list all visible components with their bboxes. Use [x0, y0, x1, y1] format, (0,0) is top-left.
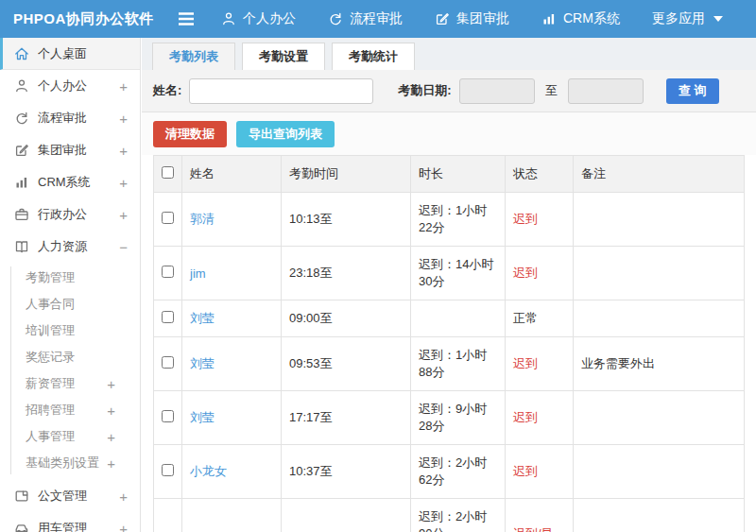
- sidebar-item-公文管理[interactable]: 公文管理+: [0, 480, 140, 512]
- select-all-checkbox-cell: [154, 156, 182, 193]
- note-cell: [574, 445, 745, 499]
- sidebar-submenu: 考勤管理人事合同培训管理奖惩记录薪资管理+招聘管理+人事管理+基础类别设置+: [0, 263, 140, 480]
- sidebar-subitem-招聘管理[interactable]: 招聘管理+: [0, 397, 140, 423]
- sidebar-item-label: 人力资源: [38, 238, 119, 255]
- row-checkbox[interactable]: [162, 356, 174, 369]
- topnav-item-label: 更多应用: [652, 10, 705, 27]
- tab-考勤设置[interactable]: 考勤设置: [242, 43, 325, 70]
- topnav-item-更多应用[interactable]: 更多应用: [652, 10, 723, 27]
- person-icon: [14, 78, 29, 94]
- select-all-checkbox[interactable]: [162, 166, 174, 179]
- sidebar-item-label: 个人桌面: [38, 45, 128, 62]
- employee-name-link[interactable]: jim: [182, 247, 282, 300]
- sidebar-subitem-薪资管理[interactable]: 薪资管理+: [0, 370, 140, 397]
- top-nav: 个人办公流程审批集团审批CRM系统更多应用: [221, 10, 723, 27]
- attendance-time-cell: 09:00至: [282, 300, 411, 337]
- search-bar: 姓名: 考勤日期: 至 查 询: [142, 70, 756, 112]
- tab-strip: 考勤列表考勤设置考勤统计: [142, 38, 756, 70]
- note-cell: 业务需要外出: [574, 337, 745, 391]
- row-checkbox[interactable]: [162, 311, 174, 323]
- flow-icon: [14, 111, 29, 126]
- sidebar-item-用车管理[interactable]: 用车管理+: [0, 512, 140, 532]
- status-cell: 正常: [506, 300, 574, 337]
- expand-toggle-icon[interactable]: +: [119, 207, 128, 223]
- status-cell: 迟到: [506, 193, 574, 247]
- briefcase-icon: [14, 207, 29, 222]
- duration-cell: 迟到：9小时28分: [411, 391, 506, 445]
- sidebar-subitem-人事管理[interactable]: 人事管理+: [0, 423, 140, 450]
- column-header-备注: 备注: [574, 156, 745, 193]
- car-icon: [14, 521, 29, 532]
- topnav-item-个人办公[interactable]: 个人办公: [221, 10, 296, 27]
- sidebar-item-个人办公[interactable]: 个人办公+: [0, 70, 140, 102]
- sidebar-item-label: 流程审批: [38, 110, 119, 127]
- topnav-item-CRM系统[interactable]: CRM系统: [541, 10, 620, 27]
- row-checkbox[interactable]: [162, 464, 174, 476]
- row-checkbox-cell: [154, 300, 182, 337]
- date-to-input[interactable]: [568, 78, 644, 104]
- employee-name-link[interactable]: 刘莹: [182, 391, 282, 445]
- attendance-table-wrap: 姓名考勤时间时长状态备注 郭清10:13至迟到：1小时22分迟到jim23:18…: [142, 155, 756, 532]
- expand-toggle-icon[interactable]: +: [119, 521, 128, 532]
- status-cell: 迟到: [506, 391, 574, 445]
- row-checkbox[interactable]: [162, 212, 174, 224]
- date-from-input[interactable]: [459, 78, 535, 104]
- sidebar-subitem-奖惩记录[interactable]: 奖惩记录: [0, 344, 140, 370]
- sidebar-item-label: 用车管理: [38, 520, 119, 532]
- status-cell: 迟到: [506, 337, 574, 391]
- export-list-button[interactable]: 导出查询列表: [236, 121, 335, 147]
- topnav-item-label: CRM系统: [563, 10, 620, 27]
- row-checkbox[interactable]: [162, 266, 174, 278]
- sidebar-subitem-基础类别设置[interactable]: 基础类别设置+: [0, 450, 140, 476]
- hamburger-menu-icon[interactable]: [176, 11, 197, 26]
- employee-name-link[interactable]: 管理员: [182, 499, 282, 532]
- sidebar-item-label: 集团审批: [38, 142, 119, 159]
- table-row: 郭清10:13至迟到：1小时22分迟到: [154, 193, 745, 247]
- expand-toggle-icon[interactable]: +: [119, 175, 128, 191]
- duration-cell: 迟到：2小时90分 早退：7小时10分: [411, 499, 506, 532]
- tab-考勤列表[interactable]: 考勤列表: [152, 43, 235, 70]
- sidebar-item-CRM系统[interactable]: CRM系统+: [0, 166, 140, 198]
- sidebar-item-个人桌面[interactable]: 个人桌面: [0, 38, 140, 70]
- sidebar-subitem-label: 培训管理: [26, 322, 115, 339]
- caret-down-icon: [713, 16, 723, 22]
- row-checkbox[interactable]: [162, 410, 174, 422]
- status-cell: 迟到: [506, 445, 574, 499]
- table-body: 郭清10:13至迟到：1小时22分迟到jim23:18至迟到：14小时30分迟到…: [154, 193, 745, 532]
- topnav-item-流程审批[interactable]: 流程审批: [328, 10, 403, 27]
- expand-toggle-icon[interactable]: +: [107, 403, 115, 419]
- sidebar-subitem-考勤管理[interactable]: 考勤管理: [0, 265, 140, 291]
- query-button[interactable]: 查 询: [666, 78, 719, 104]
- employee-name-link[interactable]: 刘莹: [182, 300, 282, 337]
- topnav-item-label: 流程审批: [350, 10, 403, 27]
- sidebar-subitem-人事合同[interactable]: 人事合同: [0, 291, 140, 317]
- expand-toggle-icon[interactable]: +: [119, 78, 128, 94]
- clean-data-button[interactable]: 清理数据: [153, 121, 227, 147]
- expand-toggle-icon[interactable]: +: [107, 429, 115, 445]
- employee-name-link[interactable]: 郭清: [182, 193, 282, 247]
- employee-name-link[interactable]: 刘莹: [182, 337, 282, 391]
- sidebar-item-集团审批[interactable]: 集团审批+: [0, 134, 140, 166]
- duration-cell: 迟到：14小时30分: [411, 247, 506, 300]
- name-input[interactable]: [189, 78, 373, 104]
- sidebar-subitem-培训管理[interactable]: 培训管理: [0, 317, 140, 344]
- topnav-item-集团审批[interactable]: 集团审批: [435, 10, 509, 27]
- sidebar-subitem-label: 考勤管理: [26, 269, 115, 286]
- tab-考勤统计[interactable]: 考勤统计: [332, 43, 415, 70]
- expand-toggle-icon[interactable]: +: [119, 143, 128, 159]
- table-row: jim23:18至迟到：14小时30分迟到: [154, 247, 745, 300]
- sidebar-item-人力资源[interactable]: 人力资源−: [0, 231, 140, 263]
- expand-toggle-icon[interactable]: −: [119, 239, 128, 255]
- expand-toggle-icon[interactable]: +: [107, 455, 115, 472]
- expand-toggle-icon[interactable]: +: [119, 111, 128, 127]
- expand-toggle-icon[interactable]: +: [107, 376, 115, 392]
- sidebar-item-行政办公[interactable]: 行政办公+: [0, 198, 140, 231]
- note-cell: [574, 193, 745, 247]
- attendance-time-cell: 10:54至10:54: [282, 499, 411, 532]
- sidebar-item-label: CRM系统: [38, 174, 119, 191]
- employee-name-link[interactable]: 小龙女: [182, 445, 282, 499]
- row-checkbox-cell: [154, 445, 182, 499]
- sidebar-item-流程审批[interactable]: 流程审批+: [0, 102, 140, 134]
- row-checkbox-cell: [154, 391, 182, 445]
- expand-toggle-icon[interactable]: +: [119, 489, 128, 505]
